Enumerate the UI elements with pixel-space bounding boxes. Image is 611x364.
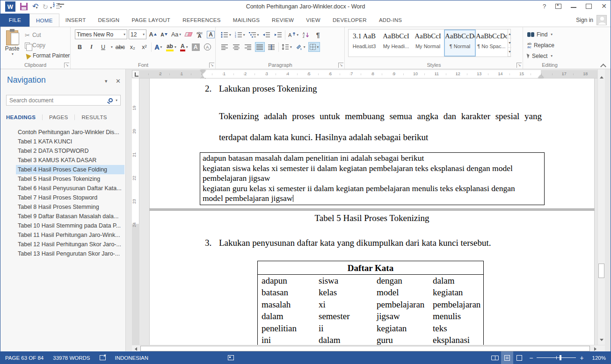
- phonetic-guide-button[interactable]: abcA: [195, 29, 204, 39]
- navigation-heading-item[interactable]: Tabel 4 Hasil Proses Case Folding: [16, 165, 124, 174]
- navigation-heading-item[interactable]: Tabel 11 Hasil Perhitungan Jaro-Wink...: [16, 230, 124, 240]
- style-item[interactable]: 3.1 AaB HeadList3: [349, 29, 380, 57]
- styles-dialog-launcher[interactable]: ↘: [516, 63, 522, 68]
- vertical-ruler[interactable]: 192021222324: [132, 79, 139, 352]
- paste-button[interactable]: Paste ▾: [2, 29, 22, 63]
- web-layout-button[interactable]: [513, 351, 525, 364]
- horizontal-ruler[interactable]: 21 123456789101112131415 1718: [139, 70, 597, 79]
- shrink-font-button[interactable]: A: [159, 29, 169, 39]
- scroll-down-icon[interactable]: [598, 336, 605, 343]
- navigation-heading-item[interactable]: Tabel 10 Hasil Stemming pada Data P...: [16, 221, 124, 230]
- navigation-close-icon[interactable]: ✕: [116, 78, 121, 85]
- search-dropdown-icon[interactable]: ▾: [116, 98, 117, 102]
- style-item[interactable]: AaBbCcDc ¶ No Spac...: [476, 29, 508, 57]
- search-input[interactable]: [7, 97, 109, 104]
- tab-file[interactable]: FILE: [0, 14, 29, 27]
- align-left-button[interactable]: [220, 42, 230, 52]
- cut-button[interactable]: ✂Cut: [25, 30, 70, 40]
- increase-indent-button[interactable]: [273, 30, 283, 40]
- ribbon-tab[interactable]: MAILINGS: [227, 14, 266, 27]
- ribbon-tab[interactable]: VIEW: [300, 14, 327, 27]
- ribbon-tab[interactable]: DESIGN: [92, 14, 125, 27]
- navigation-options-icon[interactable]: ▼: [104, 79, 108, 84]
- superscript-button[interactable]: x²: [139, 42, 149, 52]
- strikethrough-button[interactable]: abc: [115, 42, 126, 52]
- ribbon-tab[interactable]: INSERT: [59, 14, 92, 27]
- navigation-tab[interactable]: PAGES: [42, 114, 74, 120]
- scroll-up-icon[interactable]: [598, 74, 605, 81]
- format-painter-button[interactable]: Format Painter: [25, 50, 70, 61]
- navigation-heading-item[interactable]: Tabel 7 Hasil Proses Stopword: [16, 193, 124, 202]
- first-line-indent-marker[interactable]: [200, 70, 206, 73]
- character-border-button[interactable]: A: [206, 29, 216, 39]
- underline-dropdown-icon[interactable]: ▾: [111, 45, 113, 49]
- navigation-heading-item[interactable]: Tabel 12 Hasil Perhitungan Skor Jaro-...: [16, 240, 124, 249]
- zoom-track[interactable]: [537, 357, 576, 358]
- styles-scroll-up-icon[interactable]: ▲: [508, 29, 511, 38]
- horizontal-scroll-thumb[interactable]: [140, 346, 590, 351]
- ribbon-tab[interactable]: REFERENCES: [176, 14, 227, 27]
- search-box[interactable]: ▾: [6, 95, 121, 106]
- enclose-characters-button[interactable]: A: [203, 42, 212, 52]
- clear-formatting-button[interactable]: [183, 29, 193, 39]
- print-layout-button[interactable]: [501, 351, 513, 364]
- navigation-heading-item[interactable]: Tabel 6 Hasil Penyusunan Daftar Kata...: [16, 184, 124, 193]
- macro-recording[interactable]: [153, 351, 239, 364]
- clipboard-dialog-launcher[interactable]: ↘: [64, 63, 69, 68]
- asian-layout-button[interactable]: A▾: [287, 30, 299, 40]
- word-count[interactable]: 33978 WORDS: [48, 351, 95, 364]
- ribbon-tab[interactable]: REVIEW: [266, 14, 300, 27]
- font-size-select[interactable]: 12▾: [129, 29, 146, 39]
- highlight-button[interactable]: ab▾: [165, 42, 177, 52]
- vertical-scrollbar[interactable]: [597, 69, 605, 345]
- navigation-heading-item[interactable]: Tabel 3 KAMUS KATA DASAR: [16, 156, 124, 165]
- search-icon[interactable]: [109, 98, 113, 102]
- sign-in[interactable]: Sign in: [576, 15, 607, 25]
- copy-button[interactable]: Copy: [25, 40, 70, 50]
- styles-more-icon[interactable]: ▼: [508, 48, 511, 57]
- navigation-tab[interactable]: HEADINGS: [6, 114, 42, 120]
- font-name-select[interactable]: Times New Ro▾: [75, 29, 127, 39]
- ribbon-tab[interactable]: ADD-INS: [373, 14, 408, 27]
- daftar-kata-table[interactable]: Daftar Kata adapun siswa dengan dalam ba…: [257, 261, 484, 345]
- minimize-button[interactable]: [571, 7, 576, 8]
- page-indicator[interactable]: PAGE 63 OF 84: [0, 351, 48, 364]
- zoom-out-icon[interactable]: −: [529, 355, 533, 361]
- select-button[interactable]: Select▾: [524, 50, 576, 61]
- character-shading-button[interactable]: A: [191, 42, 201, 52]
- vertical-scroll-thumb[interactable]: [598, 264, 604, 278]
- navigation-heading-item[interactable]: Tabel 1 KATA KUNCI: [16, 137, 124, 146]
- maximize-button[interactable]: [586, 4, 592, 9]
- font-color-button[interactable]: A▾: [179, 42, 189, 52]
- ribbon-tab[interactable]: HOME: [29, 14, 59, 27]
- paste-dropdown-icon[interactable]: ▾: [12, 52, 14, 56]
- zoom-slider[interactable]: − +: [525, 355, 587, 361]
- bullets-button[interactable]: ▾: [220, 30, 232, 40]
- show-hide-button[interactable]: ¶: [313, 30, 323, 40]
- numbering-button[interactable]: 123▾: [234, 30, 246, 40]
- ribbon-tab[interactable]: PAGE LAYOUT: [125, 14, 176, 27]
- align-center-button[interactable]: [232, 42, 241, 52]
- justify-button[interactable]: [255, 42, 265, 52]
- multilevel-list-button[interactable]: ▾: [248, 30, 260, 40]
- navigation-heading-item[interactable]: Tabel 2 DATA STOPWORD: [16, 146, 124, 156]
- navigation-heading-item[interactable]: Tabel 8 Hasil Proses Stemming: [16, 202, 124, 212]
- proofing-status[interactable]: [95, 351, 110, 364]
- find-button[interactable]: Find▾: [524, 29, 576, 40]
- collapse-ribbon-icon[interactable]: [601, 63, 606, 66]
- grow-font-button[interactable]: A: [148, 29, 158, 39]
- right-indent-marker[interactable]: [538, 75, 544, 78]
- style-item[interactable]: AaBbCcI My Normal: [412, 29, 444, 57]
- navigation-heading-item[interactable]: Tabel 9 Daftar Batasan Masalah dala...: [16, 212, 124, 221]
- ribbon-display-options-icon[interactable]: [555, 4, 561, 9]
- ribbon-tab[interactable]: DEVELOPER: [327, 14, 373, 27]
- navigation-heading-item[interactable]: Tabel 5 Hasil Proses Tokenizing: [16, 174, 124, 184]
- replace-button[interactable]: abacReplace: [524, 40, 576, 50]
- help-button[interactable]: ?: [543, 3, 546, 10]
- decrease-indent-button[interactable]: [262, 30, 271, 40]
- line-spacing-button[interactable]: ▾: [281, 42, 293, 52]
- align-right-button[interactable]: [243, 42, 253, 52]
- styles-scroll-down-icon[interactable]: ▼: [508, 38, 511, 47]
- bordered-text-box[interactable]: adapun batasan masalah dalam penelitian …: [200, 152, 545, 205]
- navigation-tab[interactable]: RESULTS: [74, 114, 113, 120]
